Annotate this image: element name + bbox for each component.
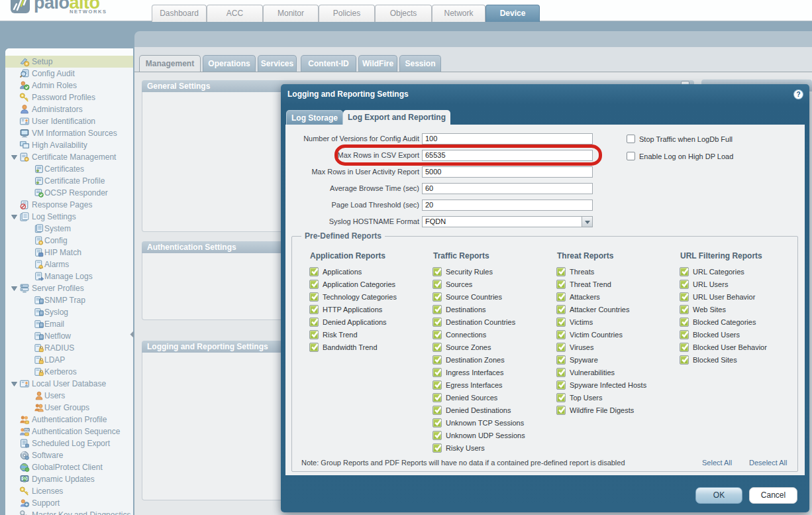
svg-text:123: 123 xyxy=(25,428,30,431)
